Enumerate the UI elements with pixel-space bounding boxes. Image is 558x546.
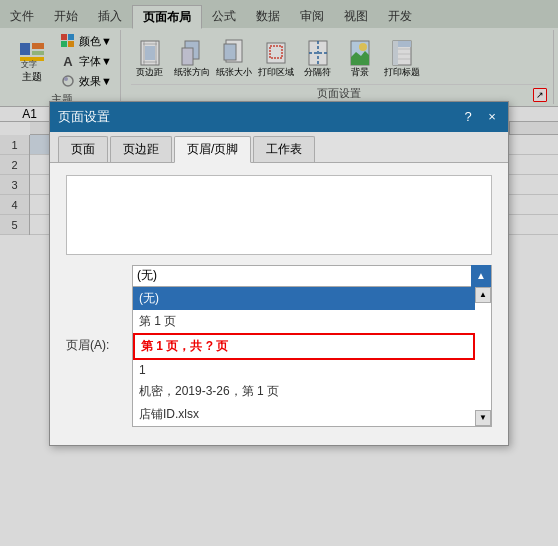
header-option-filename[interactable]: 店铺ID.xlsx [133,403,475,426]
dialog-title: 页面设置 [58,108,110,126]
header-option-page1[interactable]: 第 1 页 [133,310,475,333]
dialog-tab-margins[interactable]: 页边距 [110,136,172,162]
dialog-close-button[interactable]: × [484,109,500,125]
dialog-titlebar: 页面设置 ? × [50,102,508,132]
dialog-tab-header-footer[interactable]: 页眉/页脚 [174,136,251,163]
header-option-confidential[interactable]: 机密，2019-3-26，第 1 页 [133,380,475,403]
page-setup-dialog: 页面设置 ? × 页面 页边距 页眉/页脚 工作表 页眉(A): [49,101,509,446]
header-dropdown-container: (无) ▲ (无) 第 1 页 第 1 页，共 ? 页 1 [132,265,492,427]
header-preview [66,175,492,255]
dropdown-scroll-down-button[interactable]: ▼ [475,410,491,426]
dialog-tab-page[interactable]: 页面 [58,136,108,162]
header-dropdown-value: (无) [133,267,471,284]
header-label: 页眉(A): [66,337,126,354]
dialog-body: 页眉(A): (无) ▲ (无) 第 1 页 [50,163,508,445]
dropdown-scroll-up-button[interactable]: ▲ [475,287,491,303]
dialog-controls: ? × [460,109,500,125]
dialog-tab-bar: 页面 页边距 页眉/页脚 工作表 [50,132,508,163]
dialog-tab-sheet[interactable]: 工作表 [253,136,315,162]
modal-overlay: 页面设置 ? × 页面 页边距 页眉/页脚 工作表 页眉(A): [0,0,558,546]
header-option-none[interactable]: (无) [133,287,475,310]
header-dropdown-list: (无) 第 1 页 第 1 页，共 ? 页 1 机密，2019-3-26，第 1… [132,287,492,427]
header-dropdown-arrow-button[interactable]: ▲ [471,265,491,287]
dialog-help-button[interactable]: ? [460,109,476,125]
header-field-row: 页眉(A): (无) ▲ (无) 第 1 页 [66,265,492,427]
header-option-1[interactable]: 1 [133,360,475,380]
dropdown-arrow-icon: ▲ [476,270,486,281]
header-option-page1-of-n[interactable]: 第 1 页，共 ? 页 [133,333,475,360]
